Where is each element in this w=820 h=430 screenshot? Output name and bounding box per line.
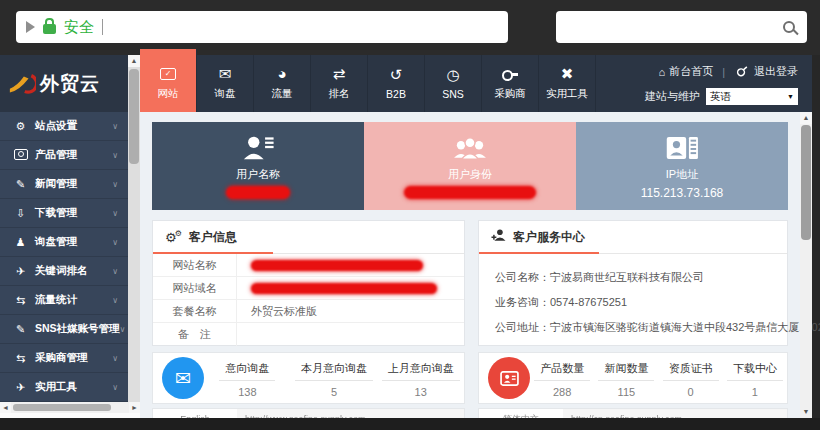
- sidebar-item-site-settings[interactable]: ⚙ 站点设置 ∨: [0, 112, 128, 141]
- nav-tab-tools[interactable]: ✖ 实用工具: [539, 55, 596, 112]
- contact-card-circle-icon: [488, 357, 530, 399]
- frontend-home-link[interactable]: ⌂ 前台首页: [658, 64, 713, 79]
- inquiry-stats-card: ✉ 意向询盘 138 本月意向询盘 5 上月意向询盘 13: [152, 352, 465, 404]
- stat-products: 产品数量 288: [530, 358, 594, 398]
- top-nav: ✓ 网站 ✉ 询盘 ◕ 流量 ⇄ 排名 ↺ B2B ◷ SNS: [140, 55, 812, 112]
- plan-name-value: 外贸云标准版: [237, 304, 317, 319]
- address-bar[interactable]: 安全: [16, 11, 508, 43]
- language-select[interactable]: 英语 ▼: [706, 88, 798, 105]
- logo-text: 外贸云: [40, 71, 100, 97]
- scroll-up-icon[interactable]: ▲: [128, 55, 140, 67]
- nav-tab-website[interactable]: ✓ 网站: [140, 49, 197, 112]
- chevron-down-icon: ∨: [112, 209, 118, 218]
- logout-link[interactable]: 退出登录: [734, 64, 798, 79]
- redacted-value: [404, 186, 536, 199]
- sidebar-item-buyer-mgmt[interactable]: ⇆ 采购商管理 ∨: [0, 344, 128, 373]
- camera-icon: [12, 149, 29, 162]
- customer-info-header: ⚙⚙ 客户信息: [153, 221, 464, 254]
- clock-icon: ◷: [446, 67, 459, 83]
- key-icon: [502, 66, 518, 82]
- text-caret: [102, 19, 103, 35]
- nav-tab-traffic[interactable]: ◕ 流量: [254, 55, 311, 112]
- gears-icon: ⚙⚙: [165, 228, 182, 246]
- card-ip-address: IP地址 115.213.73.168: [576, 122, 788, 210]
- company-name-line: 公司名称：宁波易商世纪互联科技有限公司: [495, 265, 771, 290]
- pencil-icon: ✎: [12, 323, 29, 336]
- dropdown-arrow-icon: ▼: [787, 93, 794, 100]
- content-vertical-scrollbar[interactable]: ▲ ▼: [800, 112, 812, 418]
- user-icon: ♟: [12, 236, 29, 249]
- ip-address-value: 115.213.73.168: [641, 186, 724, 200]
- service-center-panel: 客户服务中心 公司名称：宁波易商世纪互联科技有限公司 业务咨询：0574-876…: [478, 220, 788, 346]
- scroll-left-icon[interactable]: ◄: [0, 402, 11, 413]
- nav-tab-sns[interactable]: ◷ SNS: [425, 55, 482, 112]
- panel-title: 客户信息: [189, 229, 237, 246]
- stat-certificates: 资质证书 0: [659, 358, 723, 398]
- search-input[interactable]: [556, 20, 783, 35]
- repeat-icon: ⇆: [12, 352, 29, 365]
- scroll-up-icon[interactable]: ▲: [800, 112, 812, 124]
- nav-tab-b2b[interactable]: ↺ B2B: [368, 55, 425, 112]
- user-plus-icon: [491, 228, 506, 246]
- monitor-check-icon: ✓: [160, 66, 176, 82]
- user-group-icon: [452, 135, 488, 161]
- summary-cards: 用户名称 用户身份: [152, 122, 788, 210]
- chevron-down-icon: ∨: [112, 267, 118, 276]
- sidebar-item-download-mgmt[interactable]: ⇩ 下载管理 ∨: [0, 199, 128, 228]
- sidebar-item-tools[interactable]: ✈ 实用工具 ∨: [0, 373, 128, 402]
- scrollbar-thumb[interactable]: [801, 125, 811, 240]
- sidebar-horizontal-scrollbar[interactable]: ◄ ►: [0, 402, 140, 413]
- card-user-identity: 用户身份: [364, 122, 576, 210]
- scroll-down-icon[interactable]: ▼: [800, 406, 812, 418]
- gear-icon: ⚙: [12, 120, 29, 133]
- sidebar-item-inquiry-mgmt[interactable]: ♟ 询盘管理 ∨: [0, 228, 128, 257]
- scroll-right-icon[interactable]: ►: [129, 402, 140, 413]
- envelope-circle-icon: ✉: [162, 357, 204, 399]
- rank-arrows-icon: ⇄: [333, 66, 346, 82]
- table-row: 网站名称: [153, 254, 464, 277]
- stat-lastmonth-inquiries: 上月意向询盘 13: [377, 358, 464, 398]
- panel-title: 客户服务中心: [513, 229, 585, 246]
- chevron-down-icon: ∨: [120, 325, 126, 334]
- id-card-icon: [664, 135, 700, 161]
- sidebar-item-news-mgmt[interactable]: ✎ 新闻管理 ∨: [0, 170, 128, 199]
- paper-plane-icon: ✈: [12, 381, 29, 394]
- address-input[interactable]: [111, 20, 498, 35]
- customer-info-panel: ⚙⚙ 客户信息 网站名称 网站域名 套餐名称 外贸云标准版 备 注: [152, 220, 465, 346]
- table-row: 网站域名: [153, 277, 464, 300]
- sidebar-item-product-mgmt[interactable]: 产品管理 ∨: [0, 141, 128, 170]
- scrollbar-thumb[interactable]: [13, 404, 111, 411]
- sidebar-vertical-scrollbar[interactable]: ▲: [128, 55, 140, 402]
- redacted-value: [251, 283, 437, 294]
- chevron-down-icon: ∨: [112, 383, 118, 392]
- table-row: 备 注: [153, 323, 464, 346]
- chevron-down-icon: ∨: [112, 238, 118, 247]
- sidebar-item-sns-accounts[interactable]: ✎ SNS社媒账号管理 ∨: [0, 315, 128, 344]
- sidebar-item-keyword-rank[interactable]: ✈ 关键词排名 ∨: [0, 257, 128, 286]
- table-row: 套餐名称 外贸云标准版: [153, 300, 464, 323]
- chevron-down-icon: ∨: [112, 122, 118, 131]
- nav-tab-inquiry[interactable]: ✉ 询盘: [197, 55, 254, 112]
- play-icon[interactable]: [26, 21, 35, 33]
- lock-icon: [43, 24, 56, 34]
- main-content: 用户名称 用户身份: [140, 112, 800, 418]
- chevron-down-icon: ∨: [112, 180, 118, 189]
- key-icon: [734, 65, 750, 78]
- nav-tab-buyers[interactable]: 采购商: [482, 55, 539, 112]
- redacted-value: [226, 186, 290, 199]
- home-icon: ⌂: [658, 66, 665, 78]
- nav-tab-ranking[interactable]: ⇄ 排名: [311, 55, 368, 112]
- search-bar[interactable]: [556, 11, 807, 43]
- redacted-value: [251, 260, 423, 271]
- chevron-down-icon: ∨: [112, 151, 118, 160]
- stat-news: 新闻数量 115: [594, 358, 658, 398]
- logo-swoosh-icon: [8, 72, 36, 96]
- browser-toolbar: 安全: [0, 0, 820, 55]
- scrollbar-thumb[interactable]: [129, 69, 139, 164]
- stat-intent-inquiries: 意向询盘 138: [204, 358, 291, 398]
- card-username: 用户名称: [152, 122, 364, 210]
- undo-icon: ↺: [390, 67, 403, 83]
- service-center-header: 客户服务中心: [479, 221, 787, 254]
- search-icon[interactable]: [783, 21, 795, 33]
- sidebar-item-traffic-stats[interactable]: ⇆ 流量统计 ∨: [0, 286, 128, 315]
